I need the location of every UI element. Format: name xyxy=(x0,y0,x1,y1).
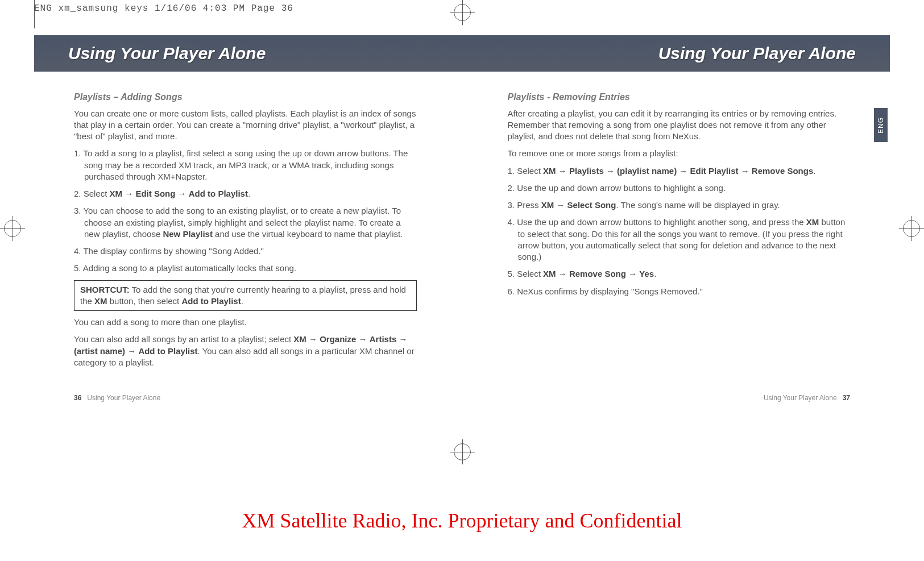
body-text: After creating a playlist, you can edit … xyxy=(508,108,851,143)
body-text: You can also add all songs by an artist … xyxy=(74,334,417,368)
registration-mark-bottom xyxy=(450,439,475,464)
page-number-left: 36 xyxy=(74,394,81,402)
step-3: 3. Press XM → Select Song. The song's na… xyxy=(508,200,851,211)
step-4: 4. Use the up and down arrow buttons to … xyxy=(508,217,851,263)
content-columns: Playlists – Adding Songs You can create … xyxy=(74,91,850,374)
footer-left: 36Using Your Player Alone xyxy=(74,394,160,402)
language-tab: ENG xyxy=(874,108,888,142)
header-banner: Using Your Player Alone Using Your Playe… xyxy=(34,35,890,72)
body-text: You can add a song to more than one play… xyxy=(74,317,417,328)
step-5: 5. Adding a song to a playlist automatic… xyxy=(74,263,417,274)
step-3: 3. You can choose to add the song to an … xyxy=(74,205,417,240)
step-4: 4. The display confirms by showing "Song… xyxy=(74,246,417,257)
step-1: 1. Select XM → Playlists → (playlist nam… xyxy=(508,165,851,177)
shortcut-box: SHORTCUT: To add the song that you're cu… xyxy=(74,280,417,311)
confidential-watermark: XM Satellite Radio, Inc. Proprietary and… xyxy=(0,509,924,533)
registration-mark-top xyxy=(450,0,475,25)
body-text: To remove one or more songs from a playl… xyxy=(508,148,851,159)
footer-section-right: Using Your Player Alone xyxy=(764,394,837,402)
body-text: You can create one or more custom lists,… xyxy=(74,108,417,143)
page-number-right: 37 xyxy=(843,394,850,402)
right-subhead: Playlists - Removing Entries xyxy=(508,91,851,103)
footer-right: Using Your Player Alone37 xyxy=(764,394,850,402)
left-page-content: Playlists – Adding Songs You can create … xyxy=(74,91,417,374)
step-2: 2. Use the up and down arrow buttons to … xyxy=(508,182,851,194)
document-spread: ENG xm_samsung keys 1/16/06 4:03 PM Page… xyxy=(0,0,924,561)
step-2: 2. Select XM → Edit Song → Add to Playli… xyxy=(74,188,417,200)
registration-mark-left xyxy=(0,216,25,241)
registration-mark-right xyxy=(899,216,924,241)
header-title-right: Using Your Player Alone xyxy=(658,44,856,63)
step-5: 5. Select XM → Remove Song → Yes. xyxy=(508,268,851,280)
step-1: 1. To add a song to a playlist, first se… xyxy=(74,148,417,182)
header-title-left: Using Your Player Alone xyxy=(68,44,266,63)
right-page-content: Playlists - Removing Entries After creat… xyxy=(508,91,851,374)
footer-section-left: Using Your Player Alone xyxy=(87,394,160,402)
step-6: 6. NeXus confirms by displaying "Songs R… xyxy=(508,286,851,297)
slug-line: ENG xm_samsung keys 1/16/06 4:03 PM Page… xyxy=(34,3,293,14)
left-subhead: Playlists – Adding Songs xyxy=(74,91,417,103)
